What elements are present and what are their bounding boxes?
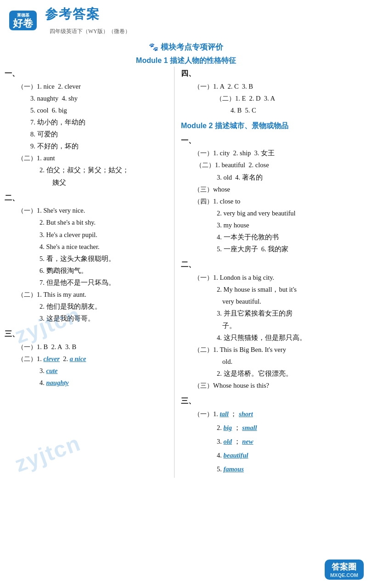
right-answers: 四、 （一）1. A 2. C 3. B （二）1. E 2. D 3. A 4…	[181, 67, 358, 475]
ans-famous: famous	[224, 465, 244, 473]
ans-beautiful: beautiful	[224, 452, 248, 459]
q1p1-label: （一）1. nice 2. clever	[17, 80, 169, 92]
page: 莱德基 好卷 参考答案 四年级英语下（WY版）（微卷） 模块考点专项评价 Mod…	[0, 0, 372, 588]
section-main-title: 模块考点专项评价	[0, 39, 372, 54]
q4-label: 四、	[181, 69, 196, 77]
bottom-logo: 答案圈 MXQE.COM	[325, 560, 364, 580]
module2-title: Module 2 描述城市、景物或物品	[181, 119, 358, 133]
m2-q3-block: 三、 （一）1. tall ； short 2. big ； small 3. …	[181, 394, 358, 475]
header: 莱德基 好卷 参考答案 四年级英语下（WY版）（微卷）	[0, 0, 372, 39]
m2-q2-block: 二、 （一）1. London is a big city. 2. My hou…	[181, 258, 358, 391]
answer-a-nice: a nice	[70, 353, 86, 365]
q3-part1: （一）1. B 2. A 3. B	[5, 341, 169, 353]
watermark-2: zyjtcn	[11, 430, 84, 477]
q1-part1: （一）1. nice 2. clever 3. naughty 4. shy 5…	[5, 80, 169, 153]
right-column: 四、 （一）1. A 2. C 3. B （二）1. E 2. D 3. A 4…	[175, 67, 358, 478]
q4-block: 四、 （一）1. A 2. C 3. B （二）1. E 2. D 3. A 4…	[181, 67, 358, 116]
q2-part2: （二）1. This is my aunt. 2. 他们是我的朋友。 3. 这是…	[5, 288, 169, 324]
ans-short: short	[239, 410, 253, 418]
ans-small: small	[242, 424, 257, 431]
ans-new: new	[242, 438, 253, 445]
q3-block: 三、 （一）1. B 2. A 3. B （二） 1. clever 2. a …	[5, 327, 169, 389]
q2-part1: （一）1. She's very nice. 2. But she's a bi…	[5, 204, 169, 288]
answer-clever: clever	[44, 353, 60, 365]
m2-q2-label: 二、	[181, 260, 196, 268]
q3-part2: （二） 1. clever 2. a nice 3. cute 4. naugh…	[5, 353, 169, 389]
module1-title: Module 1 描述人物的性格特征	[0, 54, 372, 67]
q3-label: 三、	[5, 330, 19, 338]
q1-label: 一、	[5, 69, 19, 77]
bottom-logo-top: 答案圈	[332, 561, 356, 572]
q1-part2: （二）1. aunt 2. 伯父；叔父；舅父；姑父； 姨父	[5, 152, 169, 188]
ans-big: big	[224, 424, 232, 431]
answer-naughty: naughty	[46, 377, 69, 389]
m2-q1-block: 一、 （一）1. city 2. ship 3. 女王 （二）1. beauti…	[181, 134, 358, 255]
module1-answers: 一、 （一）1. nice 2. clever 3. naughty 4. sh…	[5, 67, 169, 389]
bottom-logo-sub: MXQE.COM	[330, 572, 358, 578]
m2-q1-label: 一、	[181, 136, 196, 144]
m2-q3-label: 三、	[181, 397, 196, 405]
page-title: 参考答案	[45, 6, 130, 23]
ans-tall: tall	[220, 410, 229, 418]
page-subtitle: 四年级英语下（WY版）（微卷）	[50, 28, 130, 35]
left-column: 一、 （一）1. nice 2. clever 3. naughty 4. sh…	[5, 67, 175, 478]
ans-old: old	[224, 438, 232, 445]
q2-label: 二、	[5, 194, 19, 202]
q1-block: 一、 （一）1. nice 2. clever 3. naughty 4. sh…	[5, 67, 169, 188]
answer-cute: cute	[46, 365, 58, 377]
content-area: 一、 （一）1. nice 2. clever 3. naughty 4. sh…	[0, 67, 372, 478]
q2-block: 二、 （一）1. She's very nice. 2. But she's a…	[5, 191, 169, 325]
logo-box: 莱德基 好卷	[9, 11, 37, 30]
logo-main: 好卷	[13, 18, 33, 28]
